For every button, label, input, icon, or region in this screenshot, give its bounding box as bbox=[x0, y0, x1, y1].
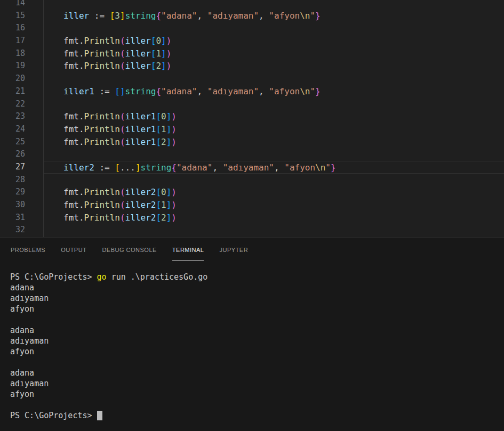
terminal-output[interactable]: PS C:\GoProjects> go run .\practicesGo.g… bbox=[0, 261, 504, 421]
editor-line-21[interactable]: 21iller1 := []string{"adana", "adıyaman"… bbox=[0, 85, 504, 98]
terminal-line: adana bbox=[10, 282, 504, 293]
line-number: 30 bbox=[0, 199, 43, 212]
code-content bbox=[43, 224, 504, 237]
line-number: 17 bbox=[0, 35, 43, 47]
editor-line-16[interactable]: 16 bbox=[0, 22, 504, 35]
terminal-cursor bbox=[97, 411, 102, 420]
editor-line-14[interactable]: 14 bbox=[0, 0, 504, 10]
editor-line-29[interactable]: 29fmt.Println(iller2[0]) bbox=[0, 186, 504, 199]
line-number: 24 bbox=[0, 123, 43, 136]
code-content: fmt.Println(iller1[1]) bbox=[43, 123, 504, 136]
line-number: 18 bbox=[0, 47, 43, 60]
editor-line-32[interactable]: 32 bbox=[0, 224, 504, 237]
line-number: 26 bbox=[0, 148, 43, 161]
code-content bbox=[43, 98, 504, 111]
editor-line-19[interactable]: 19fmt.Println(iller[2]) bbox=[0, 60, 504, 72]
terminal-line: adıyaman bbox=[10, 378, 504, 389]
terminal-line: adana bbox=[10, 368, 504, 378]
code-content: fmt.Println(iller1[0]) bbox=[43, 110, 504, 123]
editor-lines: 1415iller := [3]string{"adana", "adıyama… bbox=[0, 0, 504, 237]
editor-line-31[interactable]: 31fmt.Println(iller2[2]) bbox=[0, 212, 504, 224]
line-number: 20 bbox=[0, 72, 43, 85]
editor-line-26[interactable]: 26 bbox=[0, 148, 504, 161]
editor-line-30[interactable]: 30fmt.Println(iller2[1]) bbox=[0, 199, 504, 212]
line-number: 22 bbox=[0, 98, 43, 111]
line-number: 31 bbox=[0, 212, 43, 224]
code-editor[interactable]: 1415iller := [3]string{"adana", "adıyama… bbox=[0, 0, 504, 237]
panel-tab-terminal[interactable]: TERMINAL bbox=[172, 238, 204, 261]
terminal-line: adıyaman bbox=[10, 293, 504, 304]
code-content: iller1 := []string{"adana", "adıyaman", … bbox=[43, 85, 504, 98]
line-number: 29 bbox=[0, 186, 43, 199]
editor-line-24[interactable]: 24fmt.Println(iller1[1]) bbox=[0, 123, 504, 136]
editor-line-27[interactable]: 27iller2 := [...]string{"adana", "adıyam… bbox=[0, 161, 504, 174]
editor-line-20[interactable]: 20 bbox=[0, 72, 504, 85]
editor-line-18[interactable]: 18fmt.Println(iller[1]) bbox=[0, 47, 504, 60]
line-number: 25 bbox=[0, 136, 43, 149]
panel-tab-bar: PROBLEMSOUTPUTDEBUG CONSOLETERMINALJUPYT… bbox=[0, 238, 504, 261]
bottom-panel: PROBLEMSOUTPUTDEBUG CONSOLETERMINALJUPYT… bbox=[0, 237, 504, 431]
terminal-line bbox=[10, 314, 504, 325]
terminal-line: adıyaman bbox=[10, 336, 504, 346]
editor-line-25[interactable]: 25fmt.Println(iller1[2]) bbox=[0, 136, 504, 149]
code-content bbox=[43, 148, 504, 161]
editor-line-17[interactable]: 17fmt.Println(iller[0]) bbox=[0, 35, 504, 47]
code-content: fmt.Println(iller[1]) bbox=[43, 47, 504, 60]
terminal-line bbox=[10, 400, 504, 410]
code-content: iller := [3]string{"adana", "adıyaman", … bbox=[43, 10, 504, 22]
panel-tab-output[interactable]: OUTPUT bbox=[61, 238, 86, 261]
editor-line-23[interactable]: 23fmt.Println(iller1[0]) bbox=[0, 110, 504, 123]
code-content: iller2 := [...]string{"adana", "adıyaman… bbox=[43, 161, 504, 174]
code-content: fmt.Println(iller[2]) bbox=[43, 60, 504, 72]
line-number: 32 bbox=[0, 224, 43, 237]
code-content: fmt.Println(iller2[0]) bbox=[43, 186, 504, 199]
editor-line-15[interactable]: 15iller := [3]string{"adana", "adıyaman"… bbox=[0, 10, 504, 22]
editor-line-28[interactable]: 28 bbox=[0, 174, 504, 186]
code-content: fmt.Println(iller2[1]) bbox=[43, 199, 504, 212]
line-number: 19 bbox=[0, 60, 43, 72]
code-content: fmt.Println(iller[0]) bbox=[43, 35, 504, 47]
code-content: fmt.Println(iller2[2]) bbox=[43, 212, 504, 224]
code-content bbox=[43, 72, 504, 85]
panel-tab-problems[interactable]: PROBLEMS bbox=[11, 238, 45, 261]
terminal-line: adana bbox=[10, 325, 504, 336]
terminal-line: afyon bbox=[10, 346, 504, 357]
code-content: fmt.Println(iller1[2]) bbox=[43, 136, 504, 149]
line-number: 16 bbox=[0, 22, 43, 35]
line-number: 15 bbox=[0, 10, 43, 22]
terminal-line: afyon bbox=[10, 389, 504, 400]
panel-tab-debug-console[interactable]: DEBUG CONSOLE bbox=[102, 238, 156, 261]
code-content bbox=[43, 22, 504, 35]
code-content bbox=[43, 174, 504, 186]
code-content bbox=[43, 0, 504, 10]
editor-line-22[interactable]: 22 bbox=[0, 98, 504, 111]
line-number: 27 bbox=[0, 161, 43, 174]
line-number: 23 bbox=[0, 110, 43, 123]
terminal-line: afyon bbox=[10, 304, 504, 314]
terminal-line: PS C:\GoProjects> bbox=[10, 410, 504, 421]
panel-tab-jupyter[interactable]: JUPYTER bbox=[219, 238, 248, 261]
terminal-line: PS C:\GoProjects> go run .\practicesGo.g… bbox=[10, 272, 504, 282]
line-number: 21 bbox=[0, 85, 43, 98]
line-number: 28 bbox=[0, 174, 43, 186]
line-number: 14 bbox=[0, 0, 43, 10]
terminal-line bbox=[10, 357, 504, 368]
